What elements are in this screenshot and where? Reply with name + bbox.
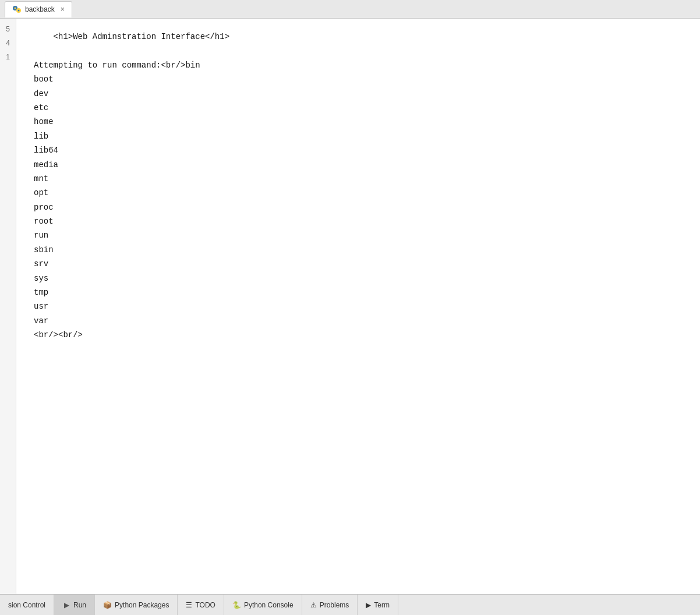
svg-point-2 — [15, 8, 16, 9]
dir-br-br: <br/><br/> — [34, 328, 683, 341]
python-console-label: Python Console — [244, 601, 294, 609]
content-area: <h1>Web Adminstration Interface</h1> Att… — [16, 19, 700, 594]
dir-root: root — [34, 215, 683, 228]
bottom-tab-python-packages[interactable]: 📦 Python Packages — [95, 595, 178, 615]
blank-line-1 — [34, 44, 683, 57]
dir-home: home — [34, 115, 683, 128]
dir-tmp: tmp — [34, 286, 683, 299]
version-control-label: sion Control — [8, 601, 45, 609]
bottom-tab-run[interactable]: ▶ Run — [54, 595, 95, 615]
heading-line: <h1>Web Adminstration Interface</h1> — [34, 30, 683, 43]
todo-label: TODO — [195, 601, 215, 609]
dir-lib: lib — [34, 130, 683, 143]
run-label: Run — [73, 601, 86, 609]
main-tab[interactable]: backback × — [5, 1, 72, 17]
python-console-icon: 🐍 — [232, 601, 241, 609]
title-bar: backback × — [0, 0, 700, 19]
command-line: Attempting to run command:<br/>bin — [34, 59, 683, 72]
sidebar-icon-1[interactable]: 5 — [2, 23, 14, 35]
dir-opt: opt — [34, 186, 683, 199]
bottom-panel: sion Control ▶ Run 📦 Python Packages ☰ T… — [0, 594, 700, 615]
dir-boot: boot — [34, 73, 683, 86]
python-packages-icon: 📦 — [103, 601, 112, 609]
bottom-tab-todo[interactable]: ☰ TODO — [178, 595, 224, 615]
dir-run: run — [34, 229, 683, 242]
left-sidebar: 5 4 1 — [0, 19, 16, 594]
dir-media: media — [34, 158, 683, 171]
sidebar-icon-3[interactable]: 1 — [2, 51, 14, 63]
bottom-tab-version-control[interactable]: sion Control — [0, 595, 54, 615]
todo-icon: ☰ — [186, 601, 192, 609]
bottom-tab-python-console[interactable]: 🐍 Python Console — [224, 595, 302, 615]
bottom-tab-problems[interactable]: ⚠ Problems — [302, 595, 358, 615]
dir-var: var — [34, 314, 683, 327]
python-icon — [12, 5, 22, 14]
dir-dev: dev — [34, 87, 683, 100]
bottom-tab-terminal[interactable]: ▶ Term — [358, 595, 398, 615]
problems-label: Problems — [320, 601, 349, 609]
tab-label: backback — [25, 5, 55, 13]
python-packages-label: Python Packages — [115, 601, 169, 609]
svg-point-3 — [18, 10, 20, 12]
tab-close-button[interactable]: × — [61, 5, 65, 13]
terminal-play-icon: ▶ — [366, 601, 371, 609]
dir-sys: sys — [34, 272, 683, 285]
main-area: 5 4 1 <h1>Web Adminstration Interface</h… — [0, 19, 700, 594]
terminal-label: Term — [374, 601, 390, 609]
code-output: <h1>Web Adminstration Interface</h1> Att… — [34, 30, 683, 342]
problems-icon: ⚠ — [310, 601, 317, 609]
dir-srv: srv — [34, 257, 683, 270]
dir-usr: usr — [34, 300, 683, 313]
dir-lib64: lib64 — [34, 144, 683, 157]
dir-sbin: sbin — [34, 243, 683, 256]
dir-mnt: mnt — [34, 172, 683, 185]
dir-proc: proc — [34, 201, 683, 214]
run-play-icon: ▶ — [62, 601, 70, 609]
sidebar-icon-2[interactable]: 4 — [2, 37, 14, 49]
dir-etc: etc — [34, 101, 683, 114]
